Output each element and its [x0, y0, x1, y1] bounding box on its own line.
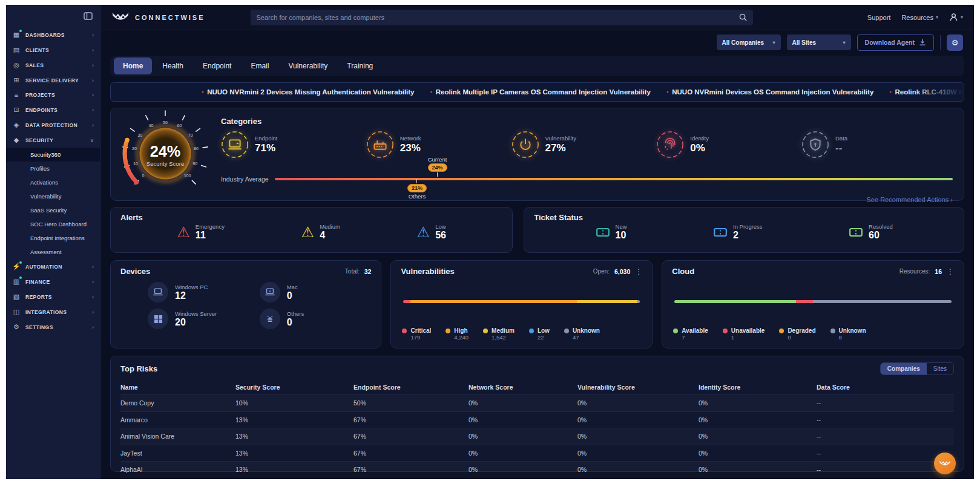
legend-dot — [446, 329, 450, 333]
sidebar-security-submenu: Security360ProfilesActivationsVulnerabil… — [6, 148, 100, 259]
cell-network-score: 0% — [469, 450, 577, 457]
ticker-item[interactable]: ▪Reolink RLC-410W IP Camera OS Command I… — [889, 88, 964, 96]
chevron-icon: › — [92, 279, 94, 285]
top-risks-table: NameSecurity ScoreEndpoint ScoreNetwork … — [120, 380, 954, 478]
kebab-menu-icon[interactable]: ⋮ — [947, 267, 954, 276]
vulnerabilities-card: Vulnerabilities Open:6,030⋮ Critical179 — [390, 260, 653, 348]
sidebar-subitem[interactable]: Assessment — [6, 245, 100, 259]
sidebar-bottom-group: ⚡ AUTOMATION › ▥ FINANCE › ▧ REPORTS › ◫… — [6, 259, 100, 335]
sidebar-item[interactable]: ▧ REPORTS › — [6, 289, 100, 304]
cloud-card: Cloud Resources:16⋮ Available7 Unava — [662, 260, 964, 348]
categories-title: Categories — [221, 112, 953, 126]
tab[interactable]: Email — [242, 57, 278, 74]
topbar: CONNECTWISE Support Resources▾ ▾ — [100, 5, 974, 30]
ticket-stat: New10 — [596, 223, 627, 241]
router-icon — [366, 131, 394, 159]
cell-vulnerability-score: 0% — [577, 399, 699, 407]
windows-icon — [154, 315, 163, 324]
sidebar-item[interactable]: ◈ DATA PROTECTION › — [6, 117, 100, 132]
sidebar-item[interactable]: ≡ PROJECTS › — [6, 88, 100, 102]
bar-segment — [813, 300, 952, 303]
warning-triangle-icon: ⚠ — [177, 225, 190, 240]
sidebar-item[interactable]: ⚙ SETTINGS › — [6, 319, 100, 335]
sidebar-top-group: ▦ DASHBOARDS › ▤ CLIENTS › ◎ SALES › ⊞ S… — [6, 27, 100, 148]
search-input[interactable] — [257, 14, 739, 21]
industry-average-bar — [275, 178, 953, 180]
bar-segment — [410, 300, 577, 303]
sidebar-subitem[interactable]: Activations — [6, 175, 100, 189]
user-icon — [949, 13, 958, 22]
bar-segment — [638, 300, 640, 303]
tab[interactable]: Home — [114, 57, 152, 74]
sidebar-item-icon: ▤ — [12, 46, 21, 54]
sidebar-item[interactable]: ⚡ AUTOMATION › — [6, 259, 100, 274]
device-windows-pc: Windows PC12 — [148, 282, 248, 302]
tab[interactable]: Training — [338, 57, 382, 74]
categories-row: Endpoint71% Network23% — [221, 126, 953, 161]
legend-dot — [779, 329, 784, 333]
legend-item: Critical179 — [402, 327, 431, 341]
sites-filter-dropdown[interactable]: All Sites▾ — [787, 34, 851, 50]
ticker-item[interactable]: ▪NUUO NVRmini 2 Devices Missing Authenti… — [202, 88, 415, 96]
download-agent-button[interactable]: Download Agent — [857, 34, 934, 51]
companies-filter-dropdown[interactable]: All Companies▾ — [717, 34, 781, 50]
sidebar-item[interactable]: ◎ SALES › — [6, 57, 100, 73]
sidebar: ▦ DASHBOARDS › ▤ CLIENTS › ◎ SALES › ⊞ S… — [6, 5, 100, 479]
sidebar-subitem[interactable]: Vulnerability — [6, 189, 100, 203]
alert-dot-icon: ▪ — [666, 89, 668, 95]
table-row[interactable]: JayTest 13% 67% 0% 0% 0% -- — [120, 445, 954, 462]
sidebar-item-icon: ◆ — [12, 136, 21, 144]
kebab-menu-icon[interactable]: ⋮ — [635, 267, 642, 276]
warning-triangle-icon: ⚠ — [417, 225, 430, 240]
sidebar-item-label: DATA PROTECTION — [25, 122, 87, 128]
ticker-item[interactable]: ▪Reolink Multiple IP Cameras OS Command … — [430, 88, 651, 96]
top-risks-card: Top Risks CompaniesSites NameSecurity Sc… — [110, 356, 964, 472]
sidebar-item[interactable]: ▦ DASHBOARDS › — [6, 27, 100, 42]
tab[interactable]: Endpoint — [194, 57, 240, 74]
cell-endpoint-score: 67% — [354, 416, 469, 424]
ticker-item[interactable]: ▪NUUO NVRmini Devices OS Command Injecti… — [666, 88, 873, 96]
toggle-option[interactable]: Sites — [927, 363, 953, 374]
sidebar-item[interactable]: ▤ CLIENTS › — [6, 42, 100, 57]
table-row[interactable]: Animal Vision Care 13% 67% 0% 0% 0% -- — [120, 428, 954, 445]
cell-endpoint-score: 67% — [354, 450, 469, 457]
support-link[interactable]: Support — [867, 14, 891, 21]
cloud-title: Cloud — [672, 267, 694, 276]
toggle-option[interactable]: Companies — [881, 363, 927, 374]
alert-dot-icon: ▪ — [889, 89, 891, 95]
sidebar-item[interactable]: ⊡ ENDPOINTS › — [6, 102, 100, 117]
cell-data-score: -- — [817, 399, 954, 407]
sidebar-subitem[interactable]: SOC Hero Dashboard — [6, 217, 100, 231]
table-row[interactable]: AlphaAI 13% 67% 0% 0% 0% -- — [120, 461, 954, 478]
connectwise-chat-button[interactable] — [934, 453, 956, 474]
svg-text:60: 60 — [177, 123, 182, 128]
sidebar-subitem[interactable]: SaaS Security — [6, 203, 100, 217]
user-menu[interactable]: ▾ — [949, 13, 963, 22]
sidebar-item[interactable]: ⊞ SERVICE DELIVERY › — [6, 73, 100, 88]
app-window: ▦ DASHBOARDS › ▤ CLIENTS › ◎ SALES › ⊞ S… — [6, 5, 974, 479]
sidebar-item-icon: ▧ — [12, 293, 21, 301]
companies-sites-toggle: CompaniesSites — [880, 362, 954, 375]
sidebar-item[interactable]: ◫ INTEGRATIONS › — [6, 304, 100, 319]
table-row[interactable]: Ammarco 13% 67% 0% 0% 0% -- — [120, 411, 954, 428]
search-icon[interactable] — [739, 13, 747, 21]
tab[interactable]: Health — [153, 57, 192, 74]
sidebar-subitem[interactable]: Security360 — [6, 148, 100, 162]
cell-vulnerability-score: 0% — [577, 466, 699, 473]
vulnerabilities-open-count: 6,030 — [614, 268, 630, 275]
sidebar-collapse-icon[interactable] — [84, 12, 93, 20]
cell-endpoint-score: 67% — [354, 466, 469, 473]
sidebar-item[interactable]: ◆ SECURITY ∨ — [6, 132, 100, 148]
resources-menu[interactable]: Resources▾ — [901, 14, 938, 21]
bar-segment — [796, 300, 814, 303]
sidebar-subitem[interactable]: Profiles — [6, 162, 100, 175]
table-row[interactable]: Demo Copy 10% 50% 0% 0% 0% -- — [120, 394, 954, 411]
see-recommended-actions-link[interactable]: See Recommended Actions › — [867, 196, 953, 203]
sidebar-item[interactable]: ▥ FINANCE › — [6, 274, 100, 289]
dashboard-settings-button[interactable]: ⚙ — [947, 34, 963, 51]
sidebar-item-icon: ⚡ — [12, 263, 21, 270]
tab[interactable]: Vulnerability — [279, 57, 337, 74]
svg-text:100: 100 — [184, 174, 191, 178]
cell-name: Demo Copy — [120, 399, 235, 407]
sidebar-subitem[interactable]: Endpoint Integrations — [6, 231, 100, 245]
